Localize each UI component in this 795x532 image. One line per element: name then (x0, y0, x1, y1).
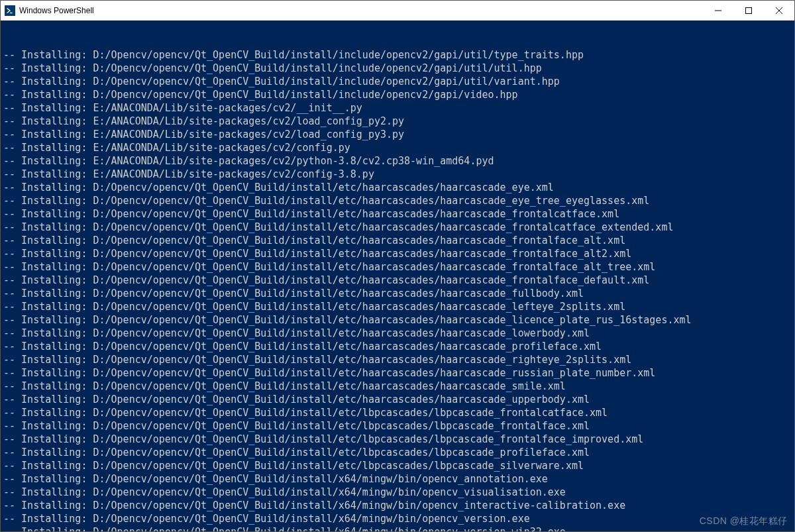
titlebar[interactable]: Windows PowerShell (1, 1, 794, 21)
terminal-line: -- Installing: D:/Opencv/opencv/Qt_OpenC… (3, 221, 794, 234)
terminal-line: -- Installing: D:/Opencv/opencv/Qt_OpenC… (3, 274, 794, 287)
close-button[interactable] (764, 1, 794, 21)
terminal-line: -- Installing: D:/Opencv/opencv/Qt_OpenC… (3, 406, 794, 419)
powershell-icon (5, 5, 15, 16)
close-icon (776, 7, 782, 14)
terminal-line: -- Installing: D:/Opencv/opencv/Qt_OpenC… (3, 234, 794, 247)
terminal-line: -- Installing: D:/Opencv/opencv/Qt_OpenC… (3, 486, 794, 499)
terminal-line: -- Installing: E:/ANACONDA/Lib/site-pack… (3, 154, 794, 168)
terminal-line: -- Installing: E:/ANACONDA/Lib/site-pack… (3, 128, 794, 141)
terminal-line: -- Installing: D:/Opencv/opencv/Qt_OpenC… (3, 327, 794, 340)
terminal-line: -- Installing: D:/Opencv/opencv/Qt_OpenC… (3, 353, 794, 366)
terminal-line: -- Installing: D:/Opencv/opencv/Qt_OpenC… (3, 181, 794, 194)
terminal-line: -- Installing: D:/Opencv/opencv/Qt_OpenC… (3, 287, 794, 300)
terminal-line: -- Installing: E:/ANACONDA/Lib/site-pack… (3, 168, 794, 181)
terminal-line: -- Installing: D:/Opencv/opencv/Qt_OpenC… (3, 512, 794, 525)
terminal-line: -- Installing: D:/Opencv/opencv/Qt_OpenC… (3, 499, 794, 512)
terminal-line: -- Installing: E:/ANACONDA/Lib/site-pack… (3, 141, 794, 154)
powershell-window: Windows PowerShell -- Installing: D:/Ope… (0, 0, 795, 532)
minimize-button[interactable] (703, 1, 733, 21)
terminal-line: -- Installing: D:/Opencv/opencv/Qt_OpenC… (3, 419, 794, 433)
maximize-icon (745, 7, 752, 14)
terminal-output: -- Installing: D:/Opencv/opencv/Qt_OpenC… (3, 48, 794, 531)
terminal-line: -- Installing: D:/Opencv/opencv/Qt_OpenC… (3, 300, 794, 313)
terminal-area[interactable]: -- Installing: D:/Opencv/opencv/Qt_OpenC… (1, 21, 794, 531)
terminal-line: -- Installing: D:/Opencv/opencv/Qt_OpenC… (3, 459, 794, 472)
terminal-line: -- Installing: E:/ANACONDA/Lib/site-pack… (3, 101, 794, 115)
terminal-line: -- Installing: D:/Opencv/opencv/Qt_OpenC… (3, 525, 794, 531)
minimize-icon (715, 7, 721, 14)
terminal-line: -- Installing: E:/ANACONDA/Lib/site-pack… (3, 115, 794, 128)
terminal-line: -- Installing: D:/Opencv/opencv/Qt_OpenC… (3, 247, 794, 260)
terminal-line: -- Installing: D:/Opencv/opencv/Qt_OpenC… (3, 380, 794, 393)
window-title: Windows PowerShell (19, 6, 94, 15)
terminal-line: -- Installing: D:/Opencv/opencv/Qt_OpenC… (3, 62, 794, 75)
terminal-line: -- Installing: D:/Opencv/opencv/Qt_OpenC… (3, 207, 794, 221)
terminal-line: -- Installing: D:/Opencv/opencv/Qt_OpenC… (3, 446, 794, 459)
terminal-line: -- Installing: D:/Opencv/opencv/Qt_OpenC… (3, 393, 794, 406)
terminal-line: -- Installing: D:/Opencv/opencv/Qt_OpenC… (3, 313, 794, 327)
terminal-line: -- Installing: D:/Opencv/opencv/Qt_OpenC… (3, 75, 794, 88)
terminal-line: -- Installing: D:/Opencv/opencv/Qt_OpenC… (3, 88, 794, 101)
terminal-line: -- Installing: D:/Opencv/opencv/Qt_OpenC… (3, 433, 794, 446)
terminal-line: -- Installing: D:/Opencv/opencv/Qt_OpenC… (3, 260, 794, 274)
svg-rect-3 (746, 7, 752, 13)
terminal-line: -- Installing: D:/Opencv/opencv/Qt_OpenC… (3, 366, 794, 380)
terminal-line: -- Installing: D:/Opencv/opencv/Qt_OpenC… (3, 472, 794, 486)
terminal-line: -- Installing: D:/Opencv/opencv/Qt_OpenC… (3, 194, 794, 207)
maximize-button[interactable] (733, 1, 764, 21)
terminal-line: -- Installing: D:/Opencv/opencv/Qt_OpenC… (3, 48, 794, 62)
terminal-line: -- Installing: D:/Opencv/opencv/Qt_OpenC… (3, 340, 794, 353)
